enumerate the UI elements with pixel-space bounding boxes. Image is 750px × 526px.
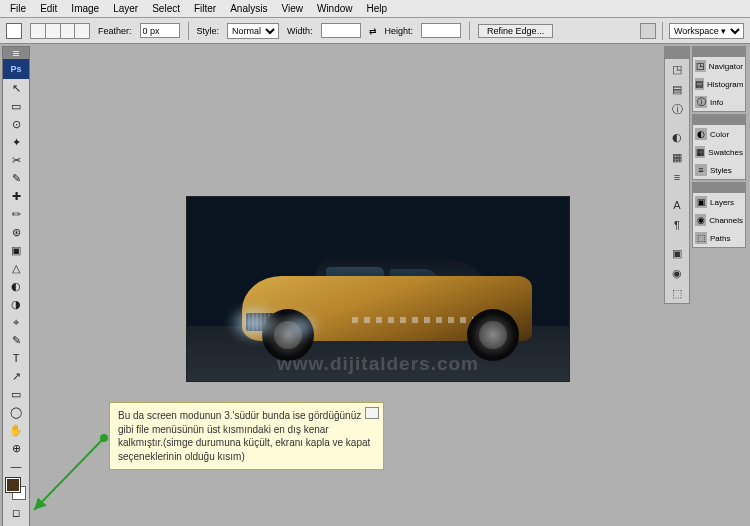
document-canvas[interactable]: www.dijitalders.com [186,196,570,382]
width-label: Width: [287,26,313,36]
menu-edit[interactable]: Edit [34,2,63,15]
panel-dock: ◳ ▤ ⓘ ◐ ▦ ≡ A ¶ ▣ ◉ ⬚ ◳Navigator ▤Histog… [664,46,748,304]
foreground-color[interactable] [6,478,20,492]
toolbox: Ps ↖ ▭ ⊙ ✦ ✂ ✎ ✚ ✏ ⊛ ▣ △ ◐ ◑ ⌖ ✎ T ↗ ▭ ◯… [2,46,30,526]
menu-image[interactable]: Image [65,2,105,15]
panel-styles[interactable]: ≡Styles [693,161,745,179]
history-brush-tool[interactable]: ▣ [3,241,29,259]
hand-tool[interactable]: ⊕ [3,439,29,457]
note-window-icon [365,407,379,419]
style-label: Style: [197,26,220,36]
paragraph-icon[interactable]: ¶ [665,215,689,235]
type-tool[interactable]: T [3,349,29,367]
screenmode-toggle[interactable]: ▣ [3,521,29,526]
menu-layer[interactable]: Layer [107,2,144,15]
panel-navigator[interactable]: ◳Navigator [693,57,745,75]
go-bridge-icon[interactable] [640,23,656,39]
dodge-tool[interactable]: ⌖ [3,313,29,331]
shape-tool[interactable]: ▭ [3,385,29,403]
selection-mode-group[interactable] [30,23,90,39]
menu-view[interactable]: View [275,2,309,15]
menu-file[interactable]: File [4,2,32,15]
panel-icon-column: ◳ ▤ ⓘ ◐ ▦ ≡ A ¶ ▣ ◉ ⬚ [664,46,690,304]
refine-edge-button[interactable]: Refine Edge... [478,24,553,38]
heal-tool[interactable]: ✚ [3,187,29,205]
height-label: Height: [385,26,414,36]
path-select-tool[interactable]: ↗ [3,367,29,385]
navigator-icon[interactable]: ◳ [665,59,689,79]
info-icon[interactable]: ⓘ [665,99,689,119]
brush-tool[interactable]: ✏ [3,205,29,223]
height-input[interactable] [421,23,461,38]
quickmask-toggle[interactable]: ◻ [3,503,29,521]
notes-tool[interactable]: ◯ [3,403,29,421]
panel-info[interactable]: ⓘInfo [693,93,745,111]
menu-select[interactable]: Select [146,2,186,15]
panel-layers[interactable]: ▣Layers [693,193,745,211]
style-select[interactable]: Normal [227,23,279,39]
note-text: Bu da screen modunun 3.'südür bunda ise … [118,410,370,462]
crop-tool[interactable]: ✂ [3,151,29,169]
color-swatch[interactable] [3,475,29,503]
layers-icon[interactable]: ▣ [665,243,689,263]
pen-tool[interactable]: ✎ [3,331,29,349]
slice-tool[interactable]: ✎ [3,169,29,187]
character-icon[interactable]: A [665,195,689,215]
width-input[interactable] [321,23,361,38]
styles-icon[interactable]: ≡ [665,167,689,187]
annotation-arrow [26,432,111,517]
move-tool[interactable]: ↖ [3,79,29,97]
panel-paths[interactable]: ⬚Paths [693,229,745,247]
panel-color[interactable]: ◐Color [693,125,745,143]
swatches-icon[interactable]: ▦ [665,147,689,167]
zoom-tool[interactable]: — [3,457,29,475]
channels-icon[interactable]: ◉ [665,263,689,283]
panel-swatches[interactable]: ▦Swatches [693,143,745,161]
histogram-icon[interactable]: ▤ [665,79,689,99]
menu-filter[interactable]: Filter [188,2,222,15]
gradient-tool[interactable]: ◐ [3,277,29,295]
panel-channels[interactable]: ◉Channels [693,211,745,229]
lasso-tool[interactable]: ⊙ [3,115,29,133]
panel-group-3: ▣Layers ◉Channels ⬚Paths [692,182,746,248]
eraser-tool[interactable]: △ [3,259,29,277]
color-icon[interactable]: ◐ [665,127,689,147]
panel-group-1: ◳Navigator ▤Histogram ⓘInfo [692,46,746,112]
svg-line-1 [34,438,104,510]
panel-grip[interactable] [665,47,689,59]
tooltip-note: Bu da screen modunun 3.'südür bunda ise … [109,402,384,470]
options-bar: Feather: Style: Normal Width: ⇄ Height: … [0,18,750,44]
svg-point-0 [100,434,108,442]
wand-tool[interactable]: ✦ [3,133,29,151]
panel-group-2: ◐Color ▦Swatches ≡Styles [692,114,746,180]
menu-analysis[interactable]: Analysis [224,2,273,15]
swap-icon[interactable]: ⇄ [369,26,377,36]
photoshop-logo-icon: Ps [3,59,29,79]
eyedropper-tool[interactable]: ✋ [3,421,29,439]
panel-histogram[interactable]: ▤Histogram [693,75,745,93]
menu-window[interactable]: Window [311,2,359,15]
marquee-tool[interactable]: ▭ [3,97,29,115]
toolbox-grip[interactable] [3,47,29,59]
feather-label: Feather: [98,26,132,36]
feather-input[interactable] [140,23,180,38]
paths-icon[interactable]: ⬚ [665,283,689,303]
blur-tool[interactable]: ◑ [3,295,29,313]
watermark-text: www.dijitalders.com [187,353,569,375]
stamp-tool[interactable]: ⊛ [3,223,29,241]
workspace-select[interactable]: Workspace ▾ [669,23,744,39]
tool-preset-icon[interactable] [6,23,22,39]
menu-bar: File Edit Image Layer Select Filter Anal… [0,0,750,18]
menu-help[interactable]: Help [361,2,394,15]
